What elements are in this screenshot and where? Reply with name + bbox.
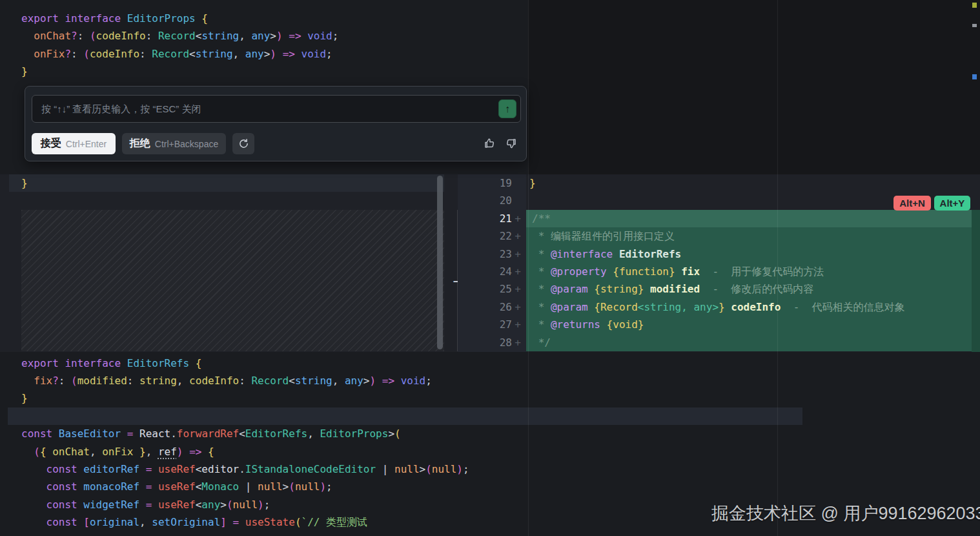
accept-button[interactable]: 接受 Ctrl+Enter (32, 133, 116, 154)
reject-button-label: 拒绝 (130, 137, 150, 150)
diff-left-code: } (21, 174, 28, 192)
overview-mark-gray (972, 24, 977, 27)
feedback-icons (484, 138, 517, 149)
code-line: * 编辑器组件的引用接口定义 (532, 227, 905, 245)
gutter-line-number: 19 (458, 174, 526, 192)
overview-mark-blue (972, 74, 977, 79)
code-line: * @property {function} fix - 用于修复代码的方法 (532, 263, 905, 280)
code-bottom-baseeditor: const BaseEditor = React.forwardRef<Edit… (21, 425, 469, 531)
reject-shortcut-label: Ctrl+Backspace (155, 139, 218, 149)
code-top-editorprops: export interface EditorProps { onChat?: … (21, 10, 338, 81)
code-line: * @param {string} modified - 修改后的代码内容 (532, 280, 905, 298)
code-line: const editorRef = useRef<editor.IStandal… (21, 460, 469, 478)
gutter-line-number: 23+ (458, 245, 526, 263)
code-line: const BaseEditor = React.forwardRef<Edit… (21, 425, 469, 442)
refresh-icon (238, 138, 249, 149)
inline-chat-widget: 按 “↑↓” 查看历史输入，按 “ESC” 关闭 ↑ 接受 Ctrl+Enter… (25, 86, 527, 161)
gutter-line-number: 22+ (458, 227, 526, 245)
diff-right-line19: } (529, 174, 536, 192)
code-line: } (529, 174, 536, 192)
diff-editor-screen: { "editor": { "background": "#1a1c20", "… (0, 0, 980, 536)
inline-diff-band: } → 192021+22+23+24+25+26+27+28+ } /** *… (0, 174, 980, 352)
code-line: * @interface EditorRefs (532, 245, 905, 263)
gutter-line-number: 20 (458, 192, 526, 209)
arrow-up-icon: ↑ (505, 103, 510, 115)
column-ruler-80 (528, 0, 529, 536)
diff-right-gutter: 192021+22+23+24+25+26+27+28+ (458, 174, 526, 352)
overview-added-region (972, 210, 980, 352)
accept-button-label: 接受 (41, 137, 61, 150)
chat-history-input[interactable]: 按 “↑↓” 查看历史输入，按 “ESC” 关闭 ↑ (32, 95, 521, 123)
code-line: ({ onChat, onFix }, ref) => { (21, 443, 469, 460)
code-line: */ (532, 334, 905, 351)
code-line: const widgetRef = useRef<any>(null); (21, 496, 469, 513)
diff-left-scrollbar[interactable] (437, 176, 443, 349)
editor-empty-area (528, 0, 980, 174)
code-line: } (21, 174, 28, 192)
send-button[interactable]: ↑ (498, 99, 516, 118)
current-line-highlight (8, 407, 802, 425)
gutter-line-number: 24+ (458, 263, 526, 280)
code-line: export interface EditorProps { (21, 10, 338, 27)
watermark: 掘金技术社区 @ 用户99162962033 (711, 502, 980, 525)
code-line: const monacoRef = useRef<Monaco | null>(… (21, 478, 469, 495)
thumbs-down-icon[interactable] (505, 138, 517, 149)
gutter-line-number: 27+ (458, 316, 526, 333)
code-line: const [original, setOriginal] = useState… (21, 513, 469, 531)
reject-shortcut-badge[interactable]: Alt+N (893, 196, 931, 211)
gutter-line-number: 21+ (458, 210, 526, 227)
code-bottom-editorrefs: export interface EditorRefs { fix?: (mod… (21, 355, 432, 407)
code-line: onChat?: (codeInfo: Record<string, any>)… (21, 27, 338, 45)
regenerate-button[interactable] (232, 133, 254, 154)
left-pane-current-line-highlight (9, 174, 444, 192)
overview-mark-yellow (972, 3, 977, 8)
code-line: * @param {Record<string, any>} codeInfo … (532, 298, 905, 316)
thumbs-up-icon[interactable] (484, 138, 495, 149)
gutter-line-number: 28+ (458, 334, 526, 351)
chat-input-placeholder: 按 “↑↓” 查看历史输入，按 “ESC” 关闭 (41, 96, 201, 122)
code-line: * @returns {void} (532, 316, 905, 333)
code-line: } (21, 63, 338, 80)
reject-button[interactable]: 拒绝 Ctrl+Backspace (122, 133, 226, 154)
diff-left-hatched-filler (21, 210, 444, 351)
gutter-line-number: 25+ (458, 280, 526, 298)
code-line: export interface EditorRefs { (21, 355, 432, 372)
code-line: fix?: (modified: string, codeInfo: Recor… (21, 372, 432, 389)
code-line: onFix?: (codeInfo: Record<string, any>) … (21, 45, 338, 63)
code-line: } (21, 389, 432, 407)
code-line: /** (532, 210, 905, 227)
accept-shortcut-label: Ctrl+Enter (66, 139, 107, 149)
gutter-line-number: 26+ (458, 298, 526, 316)
accept-shortcut-badge[interactable]: Alt+Y (934, 196, 970, 211)
diff-right-jsdoc-block: /** * 编辑器组件的引用接口定义 * @interface EditorRe… (532, 210, 905, 351)
